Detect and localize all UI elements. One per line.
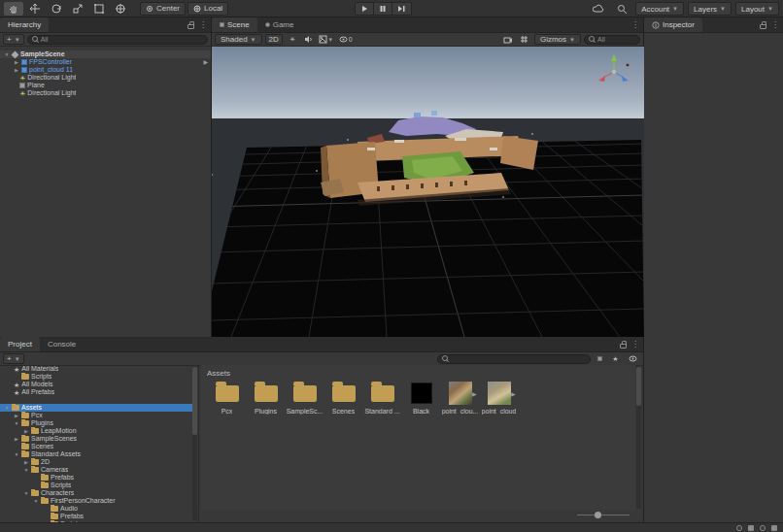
services-button[interactable] [612,2,631,16]
tree-item[interactable]: ▼ FirstPersonCharacter [0,497,194,505]
tab-project[interactable]: Project [0,337,40,351]
assets-scrollbar-thumb[interactable] [636,367,641,406]
tree-item[interactable]: Audio [0,505,194,513]
expand-arrow-icon[interactable]: ▶ [23,427,29,435]
step-button[interactable] [392,2,412,16]
tree-item[interactable]: ▼ Plugins [0,419,194,427]
thumbnail-zoom-slider[interactable] [577,511,630,518]
zoom-slider-knob[interactable] [595,512,601,518]
tree-item[interactable]: Scenes [0,443,194,450]
favorite-item[interactable]: ★ All Materials [0,365,194,373]
expand-asset-arrow-icon[interactable]: ▶ [472,390,477,397]
search-by-type-button[interactable] [594,353,606,364]
tree-scrollbar[interactable] [192,365,197,520]
play-button[interactable] [355,2,374,16]
asset-tile[interactable]: SampleSc... [286,381,323,415]
expand-arrow-icon[interactable]: ▼ [33,497,39,505]
expand-arrow-icon[interactable]: ▼ [14,450,19,458]
expand-asset-arrow-icon[interactable]: ▶ [511,390,516,397]
hierarchy-search-input[interactable]: All [27,35,208,45]
hierarchy-item[interactable]: Plane [0,82,211,89]
hierarchy-item[interactable]: ▶ FPSController ▶ [0,58,211,66]
tree-item[interactable]: Prefabs [0,513,194,520]
account-dropdown[interactable]: Account ▼ [635,2,684,16]
cloud-collab-button[interactable] [589,2,608,16]
lock-icon[interactable] [187,24,194,29]
tree-item[interactable]: ▶ SampleScenes [0,435,194,443]
tab-inspector[interactable]: Inspector [644,17,702,32]
asset-tile[interactable]: Standard ... [363,381,401,415]
hierarchy-item[interactable]: ☀ Directional Light [0,89,211,97]
tree-item[interactable]: ▼ Standard Assets [0,450,194,458]
rotate-tool-button[interactable] [47,2,66,16]
expand-arrow-icon[interactable]: ▼ [23,466,29,474]
asset-tile[interactable]: ▶ point_cloud [480,381,518,415]
tree-item[interactable]: ▶ 2D [0,458,194,466]
expand-arrow-icon[interactable]: ▼ [14,419,19,427]
move-tool-button[interactable] [25,2,45,16]
expand-arrow-icon[interactable]: ▶ [14,412,19,419]
create-asset-button[interactable]: + ▼ [3,353,24,364]
expand-arrow-icon[interactable]: ▼ [4,404,10,412]
favorite-item[interactable]: ★ All Models [0,381,194,388]
tree-item[interactable]: ▼ Characters [0,489,194,497]
transform-tool-button[interactable] [111,2,130,16]
scene-search-input[interactable]: All [584,35,640,45]
hand-tool-button[interactable] [4,2,23,16]
panel-menu-icon[interactable]: ⋮ [631,21,639,29]
panel-menu-icon[interactable]: ⋮ [631,341,639,349]
tab-game[interactable]: Game [257,17,302,32]
activity-icon[interactable] [771,525,777,531]
pivot-toggle-button[interactable]: Center [140,2,186,16]
panel-menu-icon[interactable]: ⋮ [199,21,207,29]
hierarchy-item[interactable]: ☀ Directional Light [0,74,211,82]
layers-dropdown[interactable]: Layers ▼ [688,2,732,16]
scene-viewport[interactable] [212,47,644,337]
tree-item-assets[interactable]: ▼ Assets [0,404,194,412]
notifications-icon[interactable] [760,525,766,531]
tree-scrollbar-thumb[interactable] [192,367,197,435]
rect-tool-button[interactable] [89,2,109,16]
expand-arrow-icon[interactable]: ▼ [4,50,10,58]
hierarchy-item-scene[interactable]: ▼ SampleScene [0,50,211,58]
lighting-toggle-button[interactable]: ☀ [286,34,299,45]
expand-arrow-icon[interactable]: ▶ [23,458,29,466]
progress-icon[interactable] [736,525,742,531]
expand-arrow-icon[interactable]: ▶ [14,58,19,66]
tab-console[interactable]: Console [40,337,84,351]
asset-tile[interactable]: Pcx [208,381,246,415]
tree-item[interactable]: Scripts [0,482,194,489]
scene-visibility-button[interactable]: 0 [337,34,355,45]
create-object-button[interactable]: + ▼ [3,34,24,45]
draw-mode-dropdown[interactable]: Shaded ▼ [215,34,262,45]
effects-dropdown[interactable]: ▼ [319,34,334,45]
gizmos-dropdown[interactable]: Gizmos ▼ [534,34,581,45]
assets-scrollbar[interactable] [636,365,641,509]
expand-arrow-icon[interactable]: ▶ [14,435,19,443]
asset-tile[interactable]: Black [402,381,440,415]
tab-hierarchy[interactable]: Hierarchy [0,17,49,32]
audio-toggle-button[interactable] [302,34,316,45]
search-by-label-button[interactable]: ★ [609,353,622,364]
asset-tile[interactable]: Plugins [247,381,285,415]
tree-item[interactable]: ▼ Cameras [0,466,194,474]
tree-item[interactable]: ▶ Pcx [0,412,194,419]
expand-arrow-icon[interactable]: ▶ [14,66,19,74]
gizmo-center[interactable] [612,70,616,74]
favorite-item[interactable]: ★ All Prefabs [0,388,194,396]
console-icon[interactable] [748,525,754,531]
camera-settings-button[interactable] [501,34,515,45]
lock-icon[interactable] [620,344,627,349]
grid-settings-button[interactable] [518,34,531,45]
layout-dropdown[interactable]: Layout ▼ [735,2,779,16]
hidden-packages-button[interactable] [625,353,640,364]
asset-tile[interactable]: Scenes [324,381,362,415]
tab-scene[interactable]: Scene [212,17,257,32]
2d-toggle-button[interactable]: 2D [265,34,283,45]
panel-menu-icon[interactable]: ⋮ [771,21,779,29]
prefab-open-chevron-icon[interactable]: ▶ [203,58,208,66]
space-toggle-button[interactable]: Local [187,2,228,16]
tree-item[interactable]: ▶ LeapMotion [0,427,194,435]
expand-arrow-icon[interactable]: ▼ [23,489,29,497]
scale-tool-button[interactable] [68,2,87,16]
